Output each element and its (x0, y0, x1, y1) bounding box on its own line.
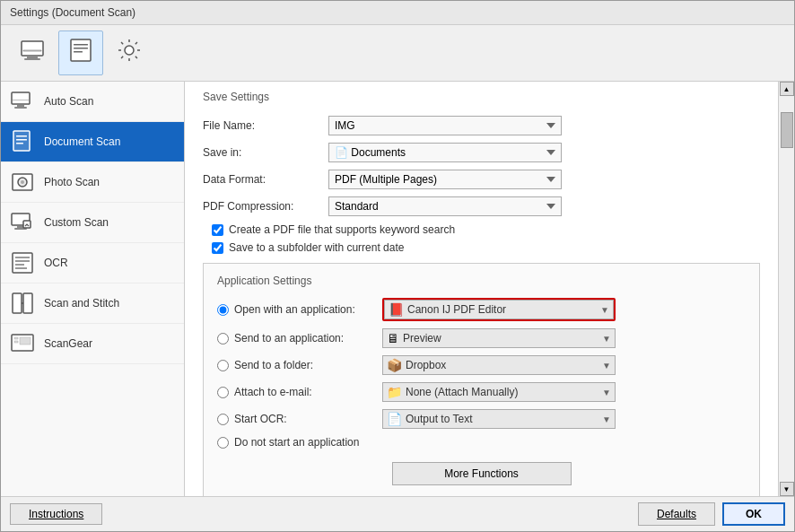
send-folder-select-wrap: 📦 Dropbox ▼ (382, 355, 616, 375)
svg-rect-29 (23, 293, 32, 313)
keyword-search-checkbox[interactable] (212, 224, 223, 236)
email-icon: 📁 (387, 385, 402, 399)
open-app-arrow: ▼ (600, 305, 609, 315)
scangear-icon (10, 331, 35, 356)
ocr-label: OCR (44, 257, 68, 269)
auto-scan-icon (20, 38, 45, 68)
open-app-select[interactable]: 📕 Canon IJ PDF Editor ▼ (384, 300, 614, 319)
file-name-select[interactable]: IMG (328, 116, 562, 135)
data-format-label: Data Format: (203, 173, 328, 186)
scrollbar-down-btn[interactable]: ▼ (780, 482, 794, 496)
send-folder-select[interactable]: 📦 Dropbox ▼ (382, 355, 616, 375)
custom-scan-label: Custom Scan (44, 216, 109, 229)
app-settings-title: Application Settings (217, 275, 746, 287)
start-ocr-value: Output to Text (406, 413, 598, 425)
auto-scan-icon (10, 89, 35, 114)
svg-rect-5 (74, 44, 88, 46)
svg-rect-28 (13, 293, 22, 313)
sidebar-item-auto-scan[interactable]: Auto Scan (1, 82, 184, 122)
ocr-output-icon: 📄 (387, 412, 402, 426)
scrollbar-thumb[interactable] (781, 112, 793, 148)
custom-scan-icon (10, 210, 35, 235)
svg-rect-1 (27, 56, 38, 58)
open-app-value: Canon IJ PDF Editor (407, 303, 597, 316)
sidebar: Auto Scan Document Scan (1, 82, 185, 496)
ocr-icon (10, 250, 35, 275)
footer-right: Defaults OK (638, 502, 785, 526)
data-format-select[interactable]: PDF (Multiple Pages) (328, 170, 562, 189)
svg-rect-11 (13, 100, 29, 100)
instructions-button[interactable]: Instructions (10, 503, 102, 525)
no-app-radio[interactable] (217, 437, 229, 449)
footer: Instructions Defaults OK (1, 496, 794, 531)
data-format-control: PDF (Multiple Pages) (328, 170, 562, 189)
svg-rect-10 (14, 107, 27, 109)
subfolder-date-checkbox[interactable] (212, 242, 223, 254)
sidebar-item-custom-scan[interactable]: Custom Scan (1, 203, 184, 243)
sidebar-item-scangear[interactable]: ScanGear (1, 324, 184, 364)
pdf-compression-control: Standard (328, 196, 562, 216)
defaults-button[interactable]: Defaults (638, 502, 715, 526)
file-name-label: File Name: (203, 119, 328, 132)
data-format-row: Data Format: PDF (Multiple Pages) (203, 170, 760, 189)
svg-rect-25 (15, 260, 30, 262)
scan-stitch-icon (10, 291, 35, 316)
svg-rect-15 (16, 143, 23, 144)
send-app-radio[interactable] (217, 333, 229, 344)
svg-rect-24 (15, 257, 30, 258)
sidebar-item-document-scan[interactable]: Document Scan (1, 122, 184, 162)
save-in-row: Save in: 📄 Documents (203, 143, 760, 162)
svg-rect-2 (24, 58, 40, 60)
attach-email-label: Attach to e-mail: (234, 386, 382, 398)
send-folder-radio[interactable] (217, 360, 229, 371)
subfolder-date-label: Save to a subfolder with current date (229, 241, 404, 254)
photo-scan-icon (10, 170, 35, 195)
defaults-label: Defaults (657, 508, 696, 520)
sidebar-item-photo-scan[interactable]: Photo Scan (1, 162, 184, 203)
settings-window: Settings (Document Scan) (0, 0, 795, 532)
send-app-select[interactable]: 🖥 Preview ▼ (382, 328, 616, 348)
svg-point-18 (21, 180, 24, 184)
window-title: Settings (Document Scan) (10, 6, 135, 19)
toolbar-btn-document-scan[interactable] (58, 31, 103, 75)
document-scan-icon (10, 129, 35, 154)
sidebar-item-ocr[interactable]: OCR (1, 243, 184, 283)
save-in-select[interactable]: 📄 Documents (328, 143, 562, 162)
save-in-label: Save in: (203, 146, 328, 159)
photo-scan-label: Photo Scan (44, 176, 100, 188)
svg-rect-14 (16, 139, 27, 141)
start-ocr-select[interactable]: 📄 Output to Text ▼ (382, 409, 616, 429)
more-functions-button[interactable]: More Functions (392, 462, 572, 485)
checkbox-subfolder-row: Save to a subfolder with current date (212, 241, 760, 254)
svg-rect-26 (15, 264, 24, 266)
canon-pdf-editor-icon: 📕 (389, 302, 404, 317)
open-app-label: Open with an application: (234, 303, 382, 316)
dropbox-icon: 📦 (387, 358, 402, 372)
save-settings-title: Save Settings (203, 91, 760, 107)
attach-email-radio[interactable] (217, 387, 229, 398)
start-ocr-arrow: ▼ (602, 414, 611, 424)
start-ocr-label: Start OCR: (234, 413, 382, 425)
radio-attach-email-row: Attach to e-mail: 📁 None (Attach Manuall… (217, 382, 746, 402)
ok-button[interactable]: OK (722, 502, 785, 526)
svg-rect-6 (74, 48, 88, 49)
toolbar-btn-settings[interactable] (107, 31, 152, 75)
save-in-control: 📄 Documents (328, 143, 562, 162)
svg-rect-9 (17, 105, 24, 107)
toolbar-btn-auto-scan[interactable] (10, 31, 55, 75)
send-app-label: Send to an application: (234, 332, 382, 344)
scangear-label: ScanGear (44, 337, 92, 350)
scrollbar-up-btn[interactable]: ▲ (780, 82, 794, 96)
file-name-control: IMG (328, 116, 562, 135)
radio-send-app-row: Send to an application: 🖥 Preview ▼ (217, 328, 746, 348)
sidebar-item-scan-and-stitch[interactable]: Scan and Stitch (1, 283, 184, 324)
send-app-arrow: ▼ (602, 334, 611, 344)
send-app-select-wrap: 🖥 Preview ▼ (382, 328, 616, 348)
toolbar (1, 25, 794, 82)
auto-scan-label: Auto Scan (44, 95, 93, 108)
open-app-radio[interactable] (217, 304, 229, 316)
attach-email-select[interactable]: 📁 None (Attach Manually) ▼ (382, 382, 616, 402)
scrollbar: ▲ ▼ (778, 82, 794, 496)
pdf-compression-select[interactable]: Standard (328, 196, 562, 216)
start-ocr-radio[interactable] (217, 414, 229, 425)
